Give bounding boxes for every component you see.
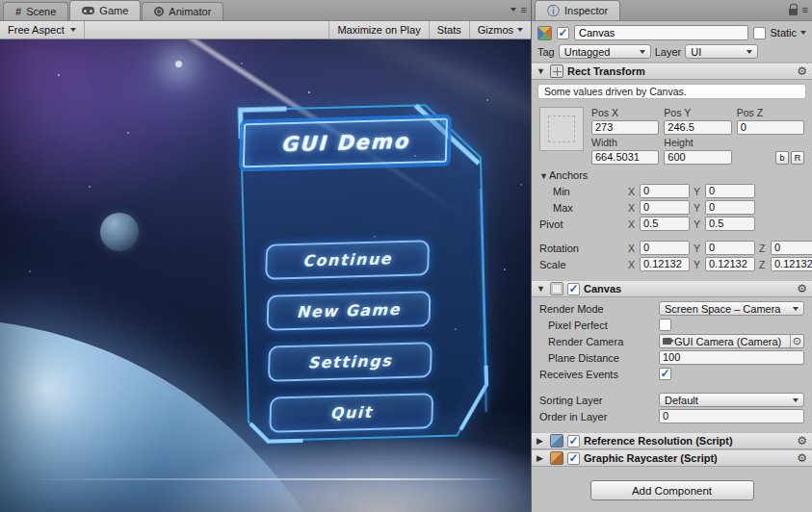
- rotation-x-field[interactable]: 0: [640, 241, 690, 255]
- rotation-y-field[interactable]: 0: [705, 241, 755, 255]
- menu-title-label: GUI Demo: [280, 130, 409, 157]
- raw-edit-mode-button[interactable]: R: [791, 151, 804, 165]
- plane-distance-row: Plane Distance 100: [532, 349, 812, 366]
- gear-icon[interactable]: ⚙: [797, 452, 807, 464]
- blueprint-mode-button[interactable]: b: [775, 151, 789, 165]
- stats-button[interactable]: Stats: [429, 21, 469, 38]
- lock-icon[interactable]: [789, 9, 798, 15]
- tag-dropdown[interactable]: Untagged: [559, 44, 651, 59]
- tabstrip-dropdown-icon[interactable]: [511, 8, 516, 12]
- inspector-panel: ⓘ Inspector ≡ ✓ Static: [532, 0, 812, 512]
- continue-button[interactable]: Continue: [265, 240, 430, 279]
- reference-resolution-checkbox[interactable]: ✓: [567, 435, 580, 448]
- order-in-layer-row: Order in Layer 0: [532, 408, 812, 424]
- receives-events-checkbox[interactable]: ✓: [659, 368, 671, 380]
- anchors-foldout-row[interactable]: ▼Anchors: [532, 166, 812, 183]
- new-game-button[interactable]: New Game: [267, 291, 432, 330]
- pivot-x-field[interactable]: 0.5: [640, 217, 690, 231]
- height-field[interactable]: 600: [664, 150, 731, 165]
- axis-y-label: Y: [694, 218, 701, 230]
- rect-transform-position-block: Pos X Pos Y Pos Z 273 246.5 0 Width Heig…: [532, 103, 812, 166]
- check-icon: ✓: [568, 453, 578, 463]
- pos-z-field[interactable]: 0: [737, 120, 804, 135]
- scene-icon: #: [15, 6, 21, 17]
- gameobject-name-field[interactable]: [574, 25, 748, 40]
- render-camera-field[interactable]: GUI Camera (Camera) ⊙: [659, 334, 804, 348]
- unity-editor-window: # Scene Game Animator ≡ Free Aspect M: [0, 0, 812, 512]
- static-toggle[interactable]: Static: [753, 27, 806, 39]
- axis-y-label: Y: [694, 186, 701, 197]
- gear-icon[interactable]: ⚙: [797, 283, 807, 294]
- scale-x-field[interactable]: 0.12132: [640, 257, 690, 271]
- layer-dropdown[interactable]: UI: [685, 44, 758, 59]
- pixel-perfect-checkbox[interactable]: [659, 319, 671, 331]
- pixel-perfect-row: Pixel Perfect: [532, 317, 812, 333]
- anchor-min-y-field[interactable]: 0: [705, 184, 755, 198]
- graphic-raycaster-title: Graphic Raycaster (Script): [584, 452, 718, 464]
- order-in-layer-label: Order in Layer: [539, 411, 655, 422]
- foldout-icon[interactable]: ▼: [537, 284, 546, 294]
- rotation-z-field[interactable]: 0: [771, 241, 812, 255]
- pos-x-field[interactable]: 273: [591, 120, 659, 135]
- reference-resolution-icon: [550, 434, 563, 448]
- axis-x-label: X: [628, 218, 636, 230]
- tab-scene-label: Scene: [26, 6, 56, 17]
- anchor-min-x-field[interactable]: 0: [640, 184, 690, 198]
- scale-z-field[interactable]: 0.12132: [771, 257, 812, 271]
- sorting-layer-value: Default: [665, 395, 698, 406]
- static-dropdown-arrow-icon[interactable]: [800, 31, 806, 35]
- active-checkbox[interactable]: ✓: [557, 27, 569, 39]
- anchors-foldout-icon[interactable]: ▼: [539, 171, 549, 181]
- tab-game[interactable]: Game: [69, 0, 141, 20]
- axis-z-label: Z: [759, 259, 767, 270]
- tab-animator[interactable]: Animator: [142, 2, 223, 20]
- graphic-raycaster-icon: [550, 451, 563, 465]
- foldout-icon[interactable]: ▼: [537, 66, 546, 76]
- inspector-menu-icon[interactable]: ≡: [802, 4, 808, 15]
- rect-transform-icon: [550, 64, 563, 78]
- add-component-button[interactable]: Add Component: [590, 480, 754, 500]
- tab-scene[interactable]: # Scene: [3, 2, 68, 20]
- gear-icon[interactable]: ⚙: [797, 65, 807, 77]
- settings-button[interactable]: Settings: [268, 342, 432, 381]
- canvas-component-icon: [550, 282, 563, 295]
- gizmos-button[interactable]: Gizmos: [469, 21, 531, 38]
- render-camera-row: Render Camera GUI Camera (Camera) ⊙: [532, 333, 812, 349]
- canvas-enabled-checkbox[interactable]: ✓: [567, 283, 580, 295]
- static-checkbox[interactable]: [753, 27, 766, 39]
- sorting-layer-dropdown[interactable]: Default: [659, 393, 804, 407]
- menu-title: GUI Demo: [243, 118, 448, 168]
- aspect-dropdown[interactable]: Free Aspect: [0, 21, 85, 38]
- tab-inspector[interactable]: ⓘ Inspector: [535, 0, 620, 20]
- layer-value: UI: [691, 46, 701, 58]
- axis-x-label: X: [628, 186, 636, 197]
- render-mode-dropdown[interactable]: Screen Space – Camera: [659, 301, 804, 316]
- maximize-on-play-button[interactable]: Maximize on Play: [328, 21, 428, 38]
- object-picker-icon[interactable]: ⊙: [790, 335, 801, 347]
- min-label: Min: [539, 186, 624, 197]
- anchor-preview[interactable]: [539, 107, 584, 151]
- check-icon: ✓: [660, 369, 669, 378]
- graphic-raycaster-header[interactable]: ▶ ✓ Graphic Raycaster (Script) ⚙: [532, 449, 812, 467]
- width-field[interactable]: 664.5031: [591, 150, 659, 165]
- check-icon: ✓: [568, 284, 578, 294]
- tabstrip-menu-icon[interactable]: ≡: [521, 4, 527, 15]
- graphic-raycaster-checkbox[interactable]: ✓: [567, 452, 580, 465]
- gear-icon[interactable]: ⚙: [797, 435, 807, 447]
- foldout-icon[interactable]: ▶: [537, 436, 546, 446]
- scale-y-field[interactable]: 0.12132: [705, 257, 755, 271]
- anchor-max-y-field[interactable]: 0: [705, 200, 755, 215]
- canvas-component-header[interactable]: ▼ ✓ Canvas ⚙: [532, 280, 812, 297]
- anchor-max-x-field[interactable]: 0: [640, 200, 690, 215]
- reference-resolution-header[interactable]: ▶ ✓ Reference Resolution (Script) ⚙: [532, 432, 812, 449]
- plane-distance-field[interactable]: 100: [659, 350, 804, 365]
- toolbar-spacer: [85, 21, 329, 38]
- order-in-layer-field[interactable]: 0: [659, 409, 804, 423]
- quit-button[interactable]: Quit: [269, 393, 433, 432]
- anchors-label: Anchors: [549, 169, 588, 181]
- pos-y-field[interactable]: 246.5: [664, 120, 731, 135]
- pivot-y-field[interactable]: 0.5: [705, 217, 755, 231]
- plane-distance-label: Plane Distance: [539, 352, 655, 364]
- rect-transform-header[interactable]: ▼ Rect Transform ⚙: [532, 63, 812, 80]
- foldout-icon[interactable]: ▶: [537, 453, 546, 463]
